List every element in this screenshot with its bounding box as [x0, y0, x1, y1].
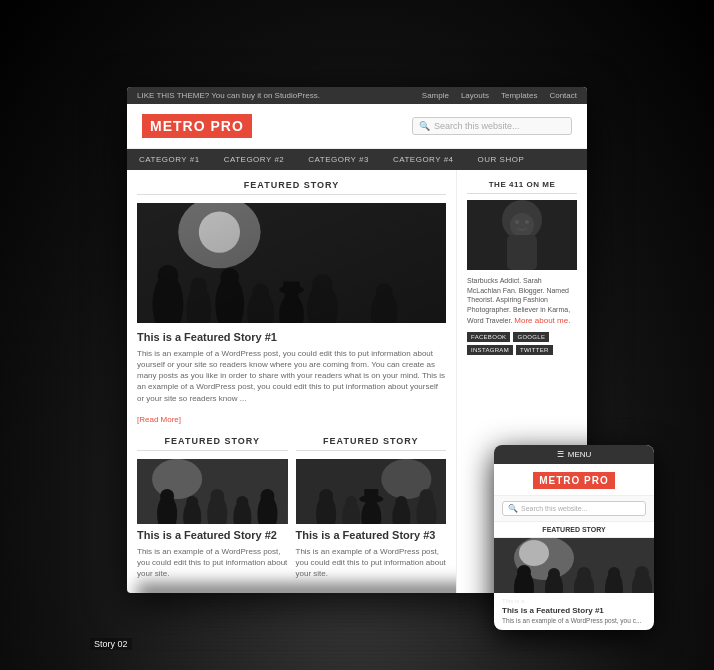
nav-shop[interactable]: OUR SHOP: [466, 149, 537, 170]
site-logo[interactable]: METRO PRO: [142, 114, 252, 138]
mobile-read-more[interactable]: This is a...: [502, 598, 646, 604]
search-box[interactable]: 🔍 Search this website...: [412, 117, 572, 135]
site-header: METRO PRO 🔍 Search this website...: [127, 104, 587, 149]
featured-section-title: FEATURED STORY: [137, 180, 446, 195]
social-instagram[interactable]: INSTAGRAM: [467, 345, 513, 355]
mobile-image-svg: [494, 538, 654, 593]
svg-point-46: [395, 496, 407, 508]
svg-point-54: [525, 220, 529, 224]
svg-point-59: [517, 565, 531, 579]
story3-image: [296, 459, 447, 524]
main-nav: CATEGORY #1 CATEGORY #2 CATEGORY #3 CATE…: [127, 149, 587, 170]
svg-point-48: [419, 489, 433, 503]
svg-point-57: [519, 540, 549, 566]
mobile-search-placeholder: Search this website...: [521, 505, 588, 512]
svg-point-61: [548, 568, 560, 580]
svg-point-29: [186, 496, 198, 508]
mobile-story-text: This is an example of a WordPress post, …: [502, 617, 646, 625]
story3-section-title: FEATURED STORY: [296, 436, 447, 451]
svg-point-39: [319, 489, 333, 503]
story3-heading: This is a Featured Story #3: [296, 529, 447, 541]
social-facebook[interactable]: FACEBOOK: [467, 332, 510, 342]
social-google[interactable]: GOOGLE: [513, 332, 549, 342]
top-bar-nav: Sample Layouts Templates Contact: [422, 91, 577, 100]
story3-text: This is an example of a WordPress post, …: [296, 546, 447, 580]
story2-col: FEATURED STORY: [137, 436, 288, 584]
nav-category3[interactable]: CATEGORY #3: [296, 149, 381, 170]
search-placeholder: Search this website...: [434, 121, 520, 131]
svg-point-53: [515, 220, 519, 224]
mobile-story-info: This is a... This is a Featured Story #1…: [494, 593, 654, 630]
svg-point-67: [635, 566, 649, 580]
top-bar: LIKE THIS THEME? You can buy it on Studi…: [127, 87, 587, 104]
story2-heading: This is a Featured Story #2: [137, 529, 288, 541]
nav-category2[interactable]: CATEGORY #2: [212, 149, 297, 170]
mobile-featured-title: FEATURED STORY: [494, 522, 654, 538]
mobile-search-icon: 🔍: [508, 504, 518, 513]
two-col-stories: FEATURED STORY: [137, 436, 446, 584]
svg-rect-52: [507, 235, 537, 270]
topbar-nav-templates[interactable]: Templates: [501, 91, 537, 100]
sidebar-bio: Starbucks Addict. Sarah McLachlan Fan. B…: [467, 276, 577, 326]
topbar-nav-contact[interactable]: Contact: [549, 91, 577, 100]
story1-text: This is an example of a WordPress post, …: [137, 348, 446, 404]
sidebar-image: [467, 200, 577, 270]
story3-col: FEATURED STORY: [296, 436, 447, 584]
story-label: Story 02: [90, 638, 132, 650]
featured-image: [137, 203, 446, 323]
featured-image-inner: [137, 203, 446, 323]
svg-point-35: [260, 489, 274, 503]
svg-point-51: [510, 213, 534, 237]
sidebar-title: THE 411 ON ME: [467, 180, 577, 194]
sidebar-more-link[interactable]: More about me.: [514, 316, 570, 325]
svg-point-63: [577, 567, 591, 581]
social-twitter[interactable]: TWITTER: [516, 345, 553, 355]
mobile-nav-bar: ☰ MENU: [494, 445, 654, 464]
mobile-search-area: 🔍 Search this website...: [494, 496, 654, 522]
search-icon: 🔍: [419, 121, 430, 131]
mobile-mockup: ☰ MENU METRO PRO 🔍 Search this website..…: [494, 445, 654, 630]
mobile-story-title: This is a Featured Story #1: [502, 606, 646, 615]
story2-text: This is an example of a WordPress post, …: [137, 546, 288, 580]
svg-point-33: [236, 496, 248, 508]
svg-point-65: [608, 567, 620, 579]
story3-svg: [296, 459, 447, 524]
topbar-nav-sample[interactable]: Sample: [422, 91, 449, 100]
main-column: FEATURED STORY: [127, 170, 457, 594]
story2-svg: [137, 459, 288, 524]
top-bar-promo: LIKE THIS THEME? You can buy it on Studi…: [137, 91, 320, 100]
story1-heading: This is a Featured Story #1: [137, 331, 446, 343]
story2-image: [137, 459, 288, 524]
mobile-menu-label: MENU: [568, 450, 592, 459]
featured-image-svg: [137, 203, 446, 323]
mobile-header: METRO PRO: [494, 464, 654, 496]
svg-point-31: [210, 489, 224, 503]
svg-rect-41: [364, 489, 378, 501]
svg-point-27: [160, 489, 174, 503]
mobile-featured-image: [494, 538, 654, 593]
svg-point-44: [345, 496, 357, 508]
mobile-logo[interactable]: METRO PRO: [533, 472, 615, 489]
nav-category1[interactable]: CATEGORY #1: [127, 149, 212, 170]
social-buttons: FACEBOOK GOOGLE INSTAGRAM TWITTER: [467, 332, 577, 355]
outer-wrapper: LIKE THIS THEME? You can buy it on Studi…: [0, 0, 714, 670]
sidebar-person-svg: [467, 200, 577, 270]
story1-read-more[interactable]: [Read More]: [137, 415, 181, 424]
svg-rect-23: [137, 203, 446, 323]
nav-category4[interactable]: CATEGORY #4: [381, 149, 466, 170]
mobile-search-box[interactable]: 🔍 Search this website...: [502, 501, 646, 516]
topbar-nav-layouts[interactable]: Layouts: [461, 91, 489, 100]
hamburger-icon[interactable]: ☰: [557, 450, 564, 459]
story2-section-title: FEATURED STORY: [137, 436, 288, 451]
svg-point-25: [152, 459, 202, 499]
